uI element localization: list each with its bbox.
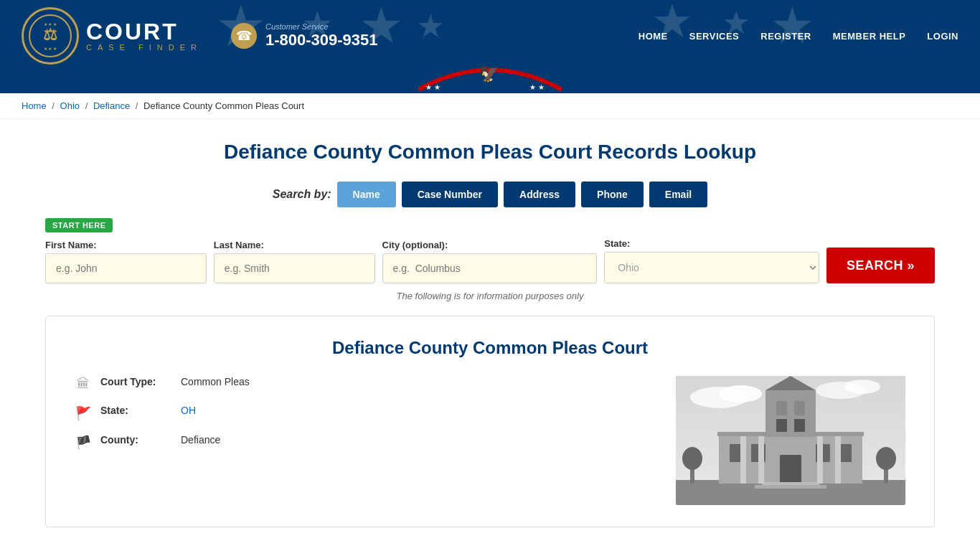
info-note: The following is for information purpose… xyxy=(45,291,935,301)
main-nav: HOME SERVICES REGISTER MEMBER HELP LOGIN xyxy=(639,31,958,42)
svg-text:★ ★ ★: ★ ★ ★ xyxy=(44,47,57,51)
nav-register[interactable]: REGISTER xyxy=(760,31,811,42)
court-type-value: Common Pleas xyxy=(181,376,250,387)
last-name-group: Last Name: xyxy=(214,240,375,283)
court-photo-area xyxy=(676,376,905,505)
county-value: Defiance xyxy=(181,434,220,446)
logo-emblem-svg: ⚖ ★ ★ ★ ★ ★ ★ xyxy=(34,20,66,52)
banner-wave: ★ ★ 🦅 ★ ★ xyxy=(0,72,980,93)
logo-subtitle: CASE FINDER xyxy=(86,43,202,52)
state-select[interactable]: Ohio Alabama Alaska Arizona California C… xyxy=(604,252,819,283)
nav-member-help[interactable]: MEMBER HELP xyxy=(833,31,906,42)
svg-rect-30 xyxy=(717,432,864,436)
svg-point-32 xyxy=(682,447,702,470)
breadcrumb-sep-1: / xyxy=(52,100,57,111)
court-photo xyxy=(676,376,905,505)
svg-rect-13 xyxy=(765,390,816,437)
state-label-detail: State: xyxy=(100,405,172,416)
logo-text: COURT CASE FINDER xyxy=(86,20,202,52)
breadcrumb-ohio[interactable]: Ohio xyxy=(60,100,80,111)
detail-row-court-type: 🏛 Court Type: Common Pleas xyxy=(75,376,654,392)
phone-number: 1-800-309-9351 xyxy=(265,31,378,50)
svg-text:⚖: ⚖ xyxy=(43,26,57,44)
svg-text:🦅: 🦅 xyxy=(479,64,499,83)
city-label: City (optional): xyxy=(382,240,598,250)
detail-row-state: 🚩 State: OH xyxy=(75,405,654,421)
svg-point-10 xyxy=(844,380,880,394)
tab-phone[interactable]: Phone xyxy=(581,182,644,207)
nav-home[interactable]: HOME xyxy=(639,31,668,42)
start-here-badge: START HERE xyxy=(45,218,113,232)
first-name-label: First Name: xyxy=(45,240,207,250)
search-button[interactable]: SEARCH » xyxy=(826,248,935,283)
first-name-group: First Name: xyxy=(45,240,207,283)
svg-rect-28 xyxy=(817,435,823,484)
court-type-label: Court Type: xyxy=(100,376,172,387)
svg-rect-26 xyxy=(740,435,746,484)
breadcrumb-home[interactable]: Home xyxy=(22,100,47,111)
detail-row-county: 🏴 County: Defiance xyxy=(75,434,654,451)
tab-email[interactable]: Email xyxy=(649,182,707,207)
county-label: County: xyxy=(100,434,172,446)
svg-text:★ ★: ★ ★ xyxy=(425,83,440,91)
svg-point-8 xyxy=(719,385,762,402)
first-name-input[interactable] xyxy=(45,253,207,283)
city-input[interactable] xyxy=(382,253,598,283)
page-title: Defiance County Common Pleas Court Recor… xyxy=(45,141,935,164)
logo-badge: ⚖ ★ ★ ★ ★ ★ ★ xyxy=(22,7,79,65)
main-content: Defiance County Common Pleas Court Recor… xyxy=(24,119,956,542)
state-value[interactable]: OH xyxy=(181,405,196,416)
state-label: State: xyxy=(604,238,819,249)
breadcrumb-sep-3: / xyxy=(136,100,141,111)
svg-rect-18 xyxy=(794,419,805,432)
court-info-left: 🏛 Court Type: Common Pleas 🚩 State: OH 🏴… xyxy=(75,376,654,505)
svg-text:★ ★: ★ ★ xyxy=(529,83,545,91)
court-card-title: Defiance County Common Pleas Court xyxy=(75,338,905,358)
phone-icon: ☎ xyxy=(231,23,257,49)
svg-rect-25 xyxy=(755,485,826,489)
search-form-area: START HERE First Name: Last Name: City (… xyxy=(45,218,935,283)
last-name-input[interactable] xyxy=(214,253,375,283)
phone-info: Customer Service 1-800-309-9351 xyxy=(265,22,378,50)
phone-area: ☎ Customer Service 1-800-309-9351 xyxy=(231,22,378,50)
court-card-content: 🏛 Court Type: Common Pleas 🚩 State: OH 🏴… xyxy=(75,376,905,505)
breadcrumb-current: Defiance County Common Pleas Court xyxy=(143,100,304,111)
svg-point-34 xyxy=(876,447,896,470)
logo-title: COURT xyxy=(86,20,202,43)
svg-rect-15 xyxy=(776,401,787,415)
city-group: City (optional): xyxy=(382,240,598,283)
svg-rect-29 xyxy=(835,435,841,484)
svg-rect-27 xyxy=(758,435,764,484)
nav-login[interactable]: LOGIN xyxy=(927,31,958,42)
form-row: First Name: Last Name: City (optional): … xyxy=(45,238,935,283)
eagle-emblem: ★ ★ 🦅 ★ ★ xyxy=(418,57,562,98)
court-card: Defiance County Common Pleas Court 🏛 Cou… xyxy=(45,316,935,527)
svg-rect-23 xyxy=(780,455,801,484)
nav-services[interactable]: SERVICES xyxy=(689,31,740,42)
flag-icon: 🚩 xyxy=(75,405,92,421)
search-by-label: Search by: xyxy=(273,188,331,201)
breadcrumb-sep-2: / xyxy=(85,100,90,111)
tab-case-number[interactable]: Case Number xyxy=(402,182,498,207)
tab-address[interactable]: Address xyxy=(504,182,575,207)
breadcrumb-defiance[interactable]: Defiance xyxy=(93,100,130,111)
courthouse-illustration xyxy=(676,376,905,505)
last-name-label: Last Name: xyxy=(214,240,375,250)
tab-name[interactable]: Name xyxy=(337,182,396,207)
phone-label: Customer Service xyxy=(265,22,378,31)
pennant-icon: 🏴 xyxy=(75,435,92,451)
search-by-row: Search by: Name Case Number Address Phon… xyxy=(45,182,935,207)
logo-area[interactable]: ⚖ ★ ★ ★ ★ ★ ★ COURT CASE FINDER xyxy=(22,7,202,65)
state-group: State: Ohio Alabama Alaska Arizona Calif… xyxy=(604,238,819,283)
svg-rect-16 xyxy=(794,401,805,415)
building-icon: 🏛 xyxy=(75,377,92,392)
svg-rect-17 xyxy=(776,419,787,432)
svg-text:★ ★ ★: ★ ★ ★ xyxy=(44,22,57,27)
